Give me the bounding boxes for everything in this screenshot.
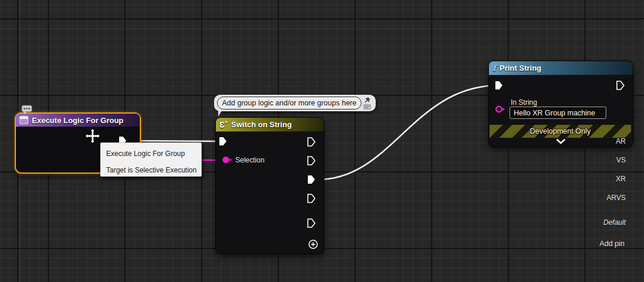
comment-bubble-pill[interactable]: Add group logic and/or more groups here <box>217 97 362 110</box>
print-in-string-pin[interactable] <box>495 105 505 114</box>
print-exec-in-pin[interactable] <box>495 81 503 90</box>
print-node-header[interactable]: f Print String <box>489 61 633 75</box>
comment-options-icon[interactable] <box>363 104 371 110</box>
in-string-input[interactable] <box>510 107 606 119</box>
function-icon: f <box>492 64 496 72</box>
event-window-icon <box>19 116 28 124</box>
case-pin-label-arvs: ARVS <box>607 194 626 202</box>
node-comment-bubble[interactable]: Add group logic and/or more groups here <box>214 95 376 111</box>
comment-bubble-tail <box>218 111 225 117</box>
development-only-banner: Development Only <box>489 125 631 138</box>
pushpin-icon[interactable] <box>363 97 372 104</box>
move-cursor-icon <box>84 128 101 144</box>
execute-node-header[interactable]: Execute Logic For Group <box>16 114 140 127</box>
node-tooltip: Execute Logic For Group Target is Select… <box>100 142 202 177</box>
case-pin-ar-exec-out[interactable] <box>307 137 316 147</box>
case-pin-arvs-exec-out[interactable] <box>307 194 316 203</box>
print-exec-out-pin[interactable] <box>616 81 625 90</box>
switch-exec-in-pin[interactable] <box>219 137 227 146</box>
selection-pin-label: Selection <box>235 156 264 164</box>
case-pin-label-xr: XR <box>616 175 626 183</box>
switch-icon: Ɛ+ <box>219 120 228 129</box>
tooltip-line1: Execute Logic For Group <box>106 148 196 160</box>
switch-selection-pin[interactable] <box>222 155 232 164</box>
print-node-title: Print String <box>500 64 541 72</box>
switch-node-title: Switch on String <box>231 120 292 129</box>
case-pin-label-vs: VS <box>616 156 626 164</box>
chevron-down-icon[interactable] <box>556 139 566 144</box>
case-pin-label-ar: AR <box>616 137 626 145</box>
case-pin-vs-exec-out[interactable] <box>307 156 316 165</box>
case-pin-xr-exec-out[interactable] <box>307 175 316 184</box>
add-pin-label: Add pin <box>600 240 625 248</box>
blueprint-graph-canvas[interactable]: Execute Logic For Group Ɛ+ Switch on Str… <box>0 0 644 282</box>
switch-node-header[interactable]: Ɛ+ Switch on String <box>216 118 324 132</box>
tooltip-line2: Target is Selective Execution <box>106 164 196 177</box>
in-string-pin-label: In String <box>511 98 537 107</box>
default-exec-out-pin[interactable] <box>307 218 316 228</box>
comment-bubble-text: Add group logic and/or more groups here <box>222 99 357 107</box>
default-pin-label: Default <box>603 218 626 227</box>
comment-bubble-icon[interactable] <box>21 105 33 115</box>
add-pin-button[interactable] <box>308 239 318 250</box>
execute-node-title: Execute Logic For Group <box>32 116 123 125</box>
